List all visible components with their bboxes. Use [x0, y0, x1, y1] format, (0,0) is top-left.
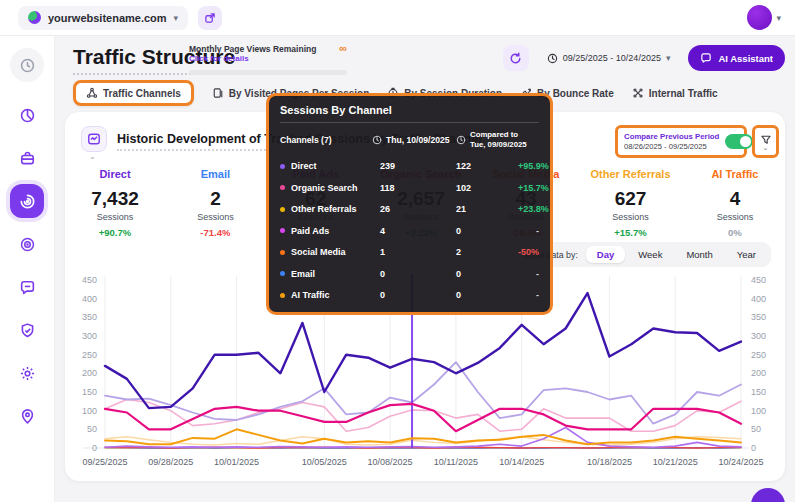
- sidebar-item-location-pin[interactable]: [10, 399, 44, 433]
- svg-text:10/18/2025: 10/18/2025: [587, 457, 632, 467]
- page-views-quota: Monthly Page Views Remaining Click for d…: [189, 44, 347, 75]
- stat-unit: Sessions: [179, 212, 251, 222]
- chevron-down-icon: ▾: [776, 13, 781, 23]
- infinity-icon: ∞: [339, 44, 347, 52]
- tooltip-row-ai-traffic: AI Traffic 0 0 -: [280, 284, 539, 306]
- sidebar-item-gear[interactable]: [10, 356, 44, 390]
- change-value: +23.8%: [518, 204, 549, 214]
- tab-label: Internal Traffic: [649, 88, 718, 99]
- website-selector[interactable]: yourwebsitename.com ▾: [18, 6, 188, 30]
- collapse-chevron-icon[interactable]: ⌄: [89, 152, 96, 161]
- channel-dot: [280, 207, 285, 212]
- sidebar-item-pie-chart[interactable]: [10, 98, 44, 132]
- internal-icon: [632, 87, 644, 99]
- svg-text:09/28/2025: 09/28/2025: [148, 457, 193, 467]
- change-value: -: [518, 269, 539, 279]
- svg-text:350: 350: [751, 312, 766, 322]
- previous-value: 0: [456, 290, 518, 300]
- change-value: -: [518, 226, 539, 236]
- sidebar-item-history[interactable]: [10, 48, 44, 82]
- sidebar-item-chat[interactable]: [10, 270, 44, 304]
- compare-toggle[interactable]: [725, 134, 753, 149]
- current-value: 26: [380, 204, 456, 214]
- svg-text:10/01/2025: 10/01/2025: [214, 457, 259, 467]
- tooltip-previous-date: Tue, 09/09/2025: [470, 140, 527, 149]
- date-range-picker[interactable]: 09/25/2025 - 10/24/2025 ▾: [537, 45, 681, 71]
- quota-details-link[interactable]: Click for details: [189, 54, 316, 63]
- sidebar-nav: [0, 36, 55, 502]
- stat-value: 7,432: [79, 188, 151, 210]
- svg-text:50: 50: [751, 424, 761, 434]
- sessions-by-channel-tooltip: Sessions By Channel Channels (7) Thu, 10…: [266, 93, 553, 315]
- channel-label: AI Traffic: [291, 290, 330, 300]
- ai-assistant-button[interactable]: AI Assistant: [688, 45, 785, 71]
- stat-value: 4: [699, 188, 771, 210]
- previous-value: 21: [456, 204, 518, 214]
- show-by-week[interactable]: Week: [627, 246, 673, 263]
- svg-text:350: 350: [82, 312, 97, 322]
- channel-dot: [280, 185, 285, 190]
- svg-text:0: 0: [92, 443, 97, 453]
- show-by-year[interactable]: Year: [726, 246, 767, 263]
- channel-label: Social Media: [291, 247, 346, 257]
- svg-text:10/21/2025: 10/21/2025: [653, 457, 698, 467]
- svg-text:250: 250: [751, 350, 766, 360]
- show-by-day[interactable]: Day: [586, 246, 625, 263]
- stat-value: 627: [590, 188, 670, 210]
- svg-text:450: 450: [82, 275, 97, 285]
- stat-label: AI Traffic: [699, 168, 771, 180]
- clock-icon: [547, 53, 558, 64]
- svg-text:150: 150: [82, 387, 97, 397]
- stat-change: 0%: [699, 227, 771, 238]
- stat-ai-traffic: AI Traffic 4 Sessions 0%: [699, 168, 771, 238]
- sidebar-item-shield-check[interactable]: [10, 313, 44, 347]
- stat-change: +15.7%: [590, 227, 670, 238]
- compare-label: Compare Previous Period: [624, 132, 719, 141]
- change-value: -: [518, 290, 539, 300]
- channel-dot: [280, 228, 285, 233]
- sidebar-item-target[interactable]: [10, 227, 44, 261]
- tab-label: Traffic Channels: [103, 88, 181, 99]
- svg-text:400: 400: [751, 294, 766, 304]
- channel-dot: [280, 271, 285, 276]
- svg-text:300: 300: [82, 331, 97, 341]
- channel-label: Email: [291, 269, 315, 279]
- tab-traffic-channels[interactable]: Traffic Channels: [73, 80, 194, 106]
- current-value: 118: [380, 183, 456, 193]
- current-value: 0: [380, 290, 456, 300]
- date-range-value: 09/25/2025 - 10/24/2025: [563, 53, 661, 63]
- current-value: 1: [380, 247, 456, 257]
- svg-text:100: 100: [751, 406, 766, 416]
- stat-value: 2: [179, 188, 251, 210]
- current-value: 0: [380, 269, 456, 279]
- tab-internal-traffic[interactable]: Internal Traffic: [632, 87, 718, 99]
- user-menu[interactable]: ▾: [747, 5, 781, 30]
- tooltip-row-paid-ads: Paid Ads 4 0 -: [280, 220, 539, 242]
- card-header-icon-button[interactable]: [81, 126, 107, 152]
- open-website-button[interactable]: [198, 6, 222, 30]
- stat-unit: Sessions: [699, 212, 771, 222]
- tooltip-row-social-media: Social Media 1 2 -50%: [280, 241, 539, 263]
- chevron-down-icon: ▾: [666, 53, 671, 63]
- channel-dot: [280, 250, 285, 255]
- filter-button[interactable]: ⌄: [752, 125, 779, 158]
- stat-email: Email 2 Sessions -71.4%: [179, 168, 251, 238]
- sidebar-item-traffic-signal[interactable]: [10, 184, 44, 218]
- sidebar-item-briefcase[interactable]: [10, 141, 44, 175]
- svg-text:10/24/2025: 10/24/2025: [718, 457, 763, 467]
- top-bar: yourwebsitename.com ▾ ▾: [0, 0, 795, 36]
- tooltip-channels-header: Channels (7): [280, 135, 372, 145]
- show-by-month[interactable]: Month: [675, 246, 723, 263]
- channel-label: Paid Ads: [291, 226, 329, 236]
- refresh-button[interactable]: [503, 45, 529, 71]
- quota-progress-bar: [189, 70, 347, 75]
- compare-range: 08/26/2025 - 09/25/2025: [624, 142, 719, 151]
- channel-dot: [280, 293, 285, 298]
- svg-text:10/08/2025: 10/08/2025: [368, 457, 413, 467]
- external-link-icon: [204, 12, 216, 24]
- svg-text:300: 300: [751, 331, 766, 341]
- pages-icon: [212, 87, 224, 99]
- tooltip-row-direct: Direct 239 122 +95.9%: [280, 155, 539, 177]
- tooltip-title: Sessions By Channel: [280, 104, 539, 123]
- channel-dot: [280, 164, 285, 169]
